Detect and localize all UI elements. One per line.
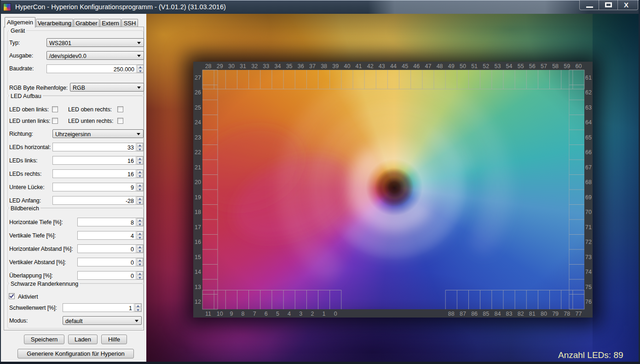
svg-text:10: 10 xyxy=(217,311,223,317)
svg-text:41: 41 xyxy=(356,63,362,69)
svg-text:44: 44 xyxy=(390,63,397,69)
svg-text:56: 56 xyxy=(529,63,536,69)
svg-text:30: 30 xyxy=(228,63,235,69)
svg-text:19: 19 xyxy=(195,194,201,201)
svg-text:83: 83 xyxy=(506,311,513,317)
svg-text:1: 1 xyxy=(323,311,326,317)
svg-text:87: 87 xyxy=(460,311,466,317)
svg-text:34: 34 xyxy=(275,63,281,69)
svg-text:4: 4 xyxy=(288,311,291,317)
svg-text:35: 35 xyxy=(286,63,293,69)
svg-text:82: 82 xyxy=(518,311,524,317)
svg-text:73: 73 xyxy=(585,254,592,260)
svg-text:5: 5 xyxy=(276,311,279,317)
svg-text:13: 13 xyxy=(195,284,201,290)
svg-text:66: 66 xyxy=(585,149,592,156)
svg-text:36: 36 xyxy=(298,63,304,69)
svg-text:6: 6 xyxy=(265,311,268,317)
svg-text:39: 39 xyxy=(332,63,339,69)
svg-text:50: 50 xyxy=(460,63,466,69)
svg-text:31: 31 xyxy=(240,63,246,69)
svg-text:72: 72 xyxy=(585,239,592,245)
svg-text:49: 49 xyxy=(448,63,455,69)
svg-text:20: 20 xyxy=(195,179,201,185)
svg-text:14: 14 xyxy=(195,269,201,275)
svg-text:12: 12 xyxy=(195,299,201,305)
svg-text:7: 7 xyxy=(253,311,256,317)
svg-text:54: 54 xyxy=(506,63,513,69)
svg-text:80: 80 xyxy=(541,311,547,317)
svg-text:45: 45 xyxy=(402,63,408,69)
svg-text:59: 59 xyxy=(564,63,570,69)
svg-text:42: 42 xyxy=(367,63,374,69)
svg-text:33: 33 xyxy=(263,63,269,69)
svg-text:29: 29 xyxy=(217,63,223,69)
svg-text:40: 40 xyxy=(344,63,350,69)
svg-text:88: 88 xyxy=(448,311,455,317)
svg-text:38: 38 xyxy=(321,63,327,69)
svg-text:62: 62 xyxy=(585,89,592,96)
svg-text:27: 27 xyxy=(195,75,201,81)
svg-text:69: 69 xyxy=(585,194,592,201)
svg-text:18: 18 xyxy=(195,209,201,215)
svg-text:15: 15 xyxy=(195,254,201,260)
svg-text:75: 75 xyxy=(585,284,592,290)
svg-text:67: 67 xyxy=(585,164,592,171)
svg-text:74: 74 xyxy=(585,269,592,275)
svg-text:68: 68 xyxy=(585,179,592,185)
svg-text:22: 22 xyxy=(195,149,201,156)
svg-text:3: 3 xyxy=(299,311,302,317)
svg-text:76: 76 xyxy=(585,299,592,305)
svg-text:47: 47 xyxy=(425,63,432,69)
svg-text:81: 81 xyxy=(529,311,536,317)
svg-text:78: 78 xyxy=(564,311,570,317)
svg-text:58: 58 xyxy=(552,63,559,69)
svg-text:16: 16 xyxy=(195,239,201,245)
svg-text:28: 28 xyxy=(205,63,212,69)
svg-text:64: 64 xyxy=(585,119,592,126)
svg-text:8: 8 xyxy=(242,311,245,317)
svg-text:85: 85 xyxy=(483,311,489,317)
svg-text:43: 43 xyxy=(379,63,385,69)
svg-text:32: 32 xyxy=(251,63,258,69)
svg-text:84: 84 xyxy=(494,311,501,317)
svg-text:0: 0 xyxy=(334,311,337,317)
svg-text:51: 51 xyxy=(471,63,478,69)
svg-text:11: 11 xyxy=(205,311,211,317)
svg-text:55: 55 xyxy=(518,63,524,69)
svg-text:79: 79 xyxy=(552,311,559,317)
svg-text:70: 70 xyxy=(585,209,592,215)
svg-text:65: 65 xyxy=(585,134,592,141)
svg-text:86: 86 xyxy=(471,311,478,317)
svg-text:60: 60 xyxy=(575,63,582,69)
svg-text:26: 26 xyxy=(195,89,201,96)
svg-text:53: 53 xyxy=(494,63,501,69)
svg-text:25: 25 xyxy=(195,104,201,111)
svg-text:71: 71 xyxy=(585,224,592,231)
svg-text:46: 46 xyxy=(413,63,420,69)
svg-text:61: 61 xyxy=(585,75,592,81)
svg-text:2: 2 xyxy=(311,311,314,317)
svg-text:77: 77 xyxy=(575,311,582,317)
svg-text:48: 48 xyxy=(437,63,443,69)
svg-text:52: 52 xyxy=(483,63,489,69)
svg-text:23: 23 xyxy=(195,134,201,141)
svg-text:9: 9 xyxy=(230,311,233,317)
svg-text:37: 37 xyxy=(309,63,316,69)
svg-text:57: 57 xyxy=(541,63,547,69)
svg-text:21: 21 xyxy=(195,164,201,171)
svg-text:24: 24 xyxy=(195,119,201,126)
svg-text:63: 63 xyxy=(585,104,592,111)
svg-text:17: 17 xyxy=(195,224,201,231)
